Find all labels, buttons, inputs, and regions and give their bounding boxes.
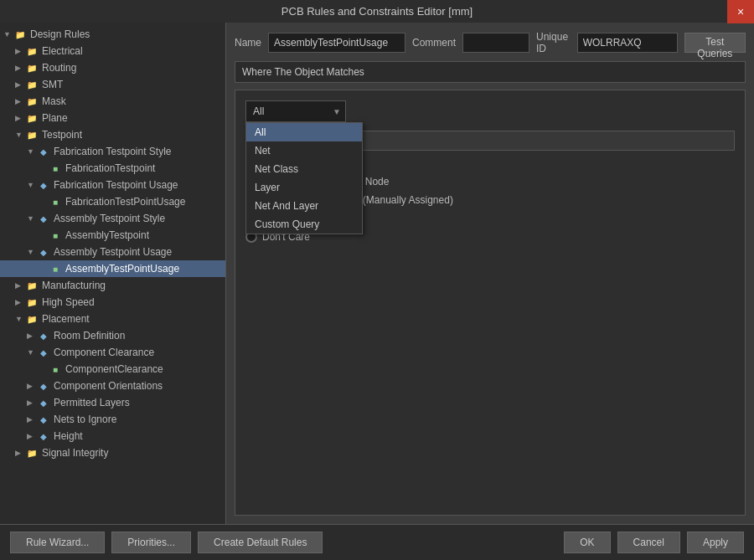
- create-default-rules-button[interactable]: Create Default Rules: [198, 532, 323, 553]
- tree-item-fab-testpoint-usage[interactable]: ▼◆Fabrication Testpoint Usage: [0, 177, 225, 193]
- where-dropdown[interactable]: All Net Net Class Layer Net And Layer Cu…: [245, 100, 346, 122]
- tree-icon-plane: 📁: [25, 111, 39, 125]
- tree-arrow-assembly-testpoint-usage: ▼: [27, 248, 37, 256]
- priorities-button[interactable]: Priorities...: [111, 532, 191, 553]
- content-area: All Net Net Class Layer Net And Layer Cu…: [235, 90, 746, 516]
- dropdown-option-2[interactable]: Net Class: [246, 160, 362, 178]
- tree-icon-manufacturing: 📁: [25, 279, 39, 292]
- dropdown-option-3[interactable]: Layer: [246, 178, 362, 197]
- tree-label-routing: Routing: [42, 62, 76, 74]
- tree-icon-room-definition: ◆: [37, 329, 50, 342]
- tree-item-placement[interactable]: ▼📁Placement: [0, 311, 225, 327]
- tree-icon-assembly-testpoint-usage: ◆: [37, 245, 50, 259]
- tree-arrow-nets-to-ignore: ▶: [27, 415, 37, 424]
- apply-button[interactable]: Apply: [687, 532, 744, 553]
- tree-item-permitted-layers[interactable]: ▶◆Permitted Layers: [0, 394, 225, 411]
- tree-arrow-testpoint: ▼: [15, 131, 25, 139]
- tree-arrow-height: ▶: [27, 432, 37, 440]
- tree-icon-assembly-testpointusage: ■: [49, 262, 62, 275]
- tree-icon-high-speed: 📁: [25, 295, 39, 309]
- tree-icon-design-rules: 📁: [13, 28, 27, 41]
- tree-item-assembly-testpoint-style[interactable]: ▼◆Assembly Testpoint Style: [0, 210, 225, 227]
- tree-icon-fab-testpoint-style: ◆: [37, 145, 50, 158]
- tree-item-fab-testpoint-style[interactable]: ▼◆Fabrication Testpoint Style: [0, 143, 225, 160]
- tree-arrow-component-orientations: ▶: [27, 382, 37, 390]
- close-button[interactable]: ×: [727, 0, 754, 23]
- tree-arrow-design-rules: ▼: [3, 30, 13, 39]
- tree-arrow-electrical: ▶: [15, 47, 25, 55]
- tree-arrow-plane: ▶: [15, 114, 25, 122]
- ok-button[interactable]: OK: [564, 532, 610, 553]
- tree-item-routing[interactable]: ▶📁Routing: [0, 59, 225, 76]
- tree-item-smt[interactable]: ▶📁SMT: [0, 76, 225, 93]
- tree-item-testpoint[interactable]: ▼📁Testpoint: [0, 126, 225, 143]
- tree-arrow-placement: ▼: [15, 315, 25, 323]
- tree-label-assembly-testpoint-style: Assembly Testpoint Style: [54, 213, 165, 224]
- tree-arrow-fab-testpoint-style: ▼: [27, 147, 37, 156]
- tree-label-component-clearance-item: ComponentClearance: [65, 363, 163, 375]
- tree-item-electrical[interactable]: ▶📁Electrical: [0, 43, 225, 59]
- tree-arrow-room-definition: ▶: [27, 331, 37, 340]
- tree-item-signal-integrity[interactable]: ▶📁Signal Integrity: [0, 444, 225, 461]
- where-dropdown-container: All Net Net Class Layer Net And Layer Cu…: [245, 100, 346, 122]
- tree-arrow-component-clearance: ▼: [27, 348, 37, 357]
- tree-icon-assembly-testpoint: ■: [49, 229, 62, 242]
- tree-item-nets-to-ignore[interactable]: ▶◆Nets to Ignore: [0, 411, 225, 428]
- form-row-top: Name Comment Unique ID Test Queries: [235, 31, 746, 54]
- tree-item-room-definition[interactable]: ▶◆Room Definition: [0, 327, 225, 344]
- tree-arrow-smt: ▶: [15, 80, 25, 89]
- tree-item-assembly-testpoint-usage[interactable]: ▼◆Assembly Testpoint Usage: [0, 244, 225, 260]
- tree-item-assembly-testpointusage[interactable]: ■AssemblyTestPointUsage: [0, 260, 225, 277]
- tree-label-room-definition: Room Definition: [54, 330, 125, 342]
- unique-id-input[interactable]: [577, 33, 678, 53]
- tree-icon-nets-to-ignore: ◆: [37, 413, 50, 426]
- tree-item-component-orientations[interactable]: ▶◆Component Orientations: [0, 378, 225, 394]
- dropdown-option-4[interactable]: Net And Layer: [246, 197, 362, 215]
- tree-label-component-clearance: Component Clearance: [54, 347, 154, 358]
- tree-icon-component-clearance-item: ■: [49, 362, 62, 376]
- tree-arrow-manufacturing: ▶: [15, 281, 25, 290]
- tree-icon-placement: 📁: [25, 312, 39, 326]
- tree-arrow-fab-testpoint-usage: ▼: [27, 181, 37, 189]
- tree-arrow-routing: ▶: [15, 64, 25, 72]
- unique-id-label: Unique ID: [536, 31, 571, 54]
- tree-icon-fab-testpoint: ■: [49, 162, 62, 175]
- tree-item-component-clearance-item[interactable]: ■ComponentClearance: [0, 361, 225, 378]
- test-queries-button[interactable]: Test Queries: [684, 33, 746, 53]
- cancel-button[interactable]: Cancel: [617, 532, 680, 553]
- tree-label-component-orientations: Component Orientations: [54, 380, 163, 392]
- window-title: PCB Rules and Constraints Editor [mm]: [281, 5, 473, 18]
- tree-label-smt: SMT: [42, 79, 63, 90]
- tree-label-fab-testpoint: FabricationTestpoint: [65, 162, 155, 174]
- tree-item-plane[interactable]: ▶📁Plane: [0, 110, 225, 126]
- tree-icon-permitted-layers: ◆: [37, 396, 50, 409]
- comment-input[interactable]: [462, 33, 529, 53]
- tree-item-design-rules[interactable]: ▼📁Design Rules: [0, 26, 225, 43]
- tree-label-height: Height: [54, 430, 83, 442]
- dropdown-option-0[interactable]: All: [246, 123, 362, 141]
- tree-item-assembly-testpoint[interactable]: ■AssemblyTestpoint: [0, 227, 225, 244]
- dropdown-option-1[interactable]: Net: [246, 141, 362, 160]
- tree-icon-height: ◆: [37, 429, 50, 443]
- tree-item-fab-testpointusage[interactable]: ■FabricationTestPointUsage: [0, 193, 225, 210]
- tree-item-high-speed[interactable]: ▶📁High Speed: [0, 294, 225, 311]
- tree-icon-assembly-testpoint-style: ◆: [37, 212, 50, 225]
- dropdown-menu: AllNetNet ClassLayerNet And LayerCustom …: [245, 122, 363, 234]
- tree-label-plane: Plane: [42, 112, 68, 124]
- rule-wizard-button[interactable]: Rule Wizard...: [10, 532, 105, 553]
- tree-item-manufacturing[interactable]: ▶📁Manufacturing: [0, 277, 225, 294]
- tree-item-component-clearance[interactable]: ▼◆Component Clearance: [0, 344, 225, 361]
- name-label: Name: [235, 37, 261, 49]
- tree-item-height[interactable]: ▶◆Height: [0, 428, 225, 444]
- tree-label-fab-testpoint-style: Fabrication Testpoint Style: [54, 146, 172, 157]
- tree-label-manufacturing: Manufacturing: [42, 280, 106, 291]
- tree-item-fab-testpoint[interactable]: ■FabricationTestpoint: [0, 160, 225, 177]
- where-section-header: Where The Object Matches: [235, 61, 746, 83]
- tree-item-mask[interactable]: ▶📁Mask: [0, 93, 225, 110]
- dropdown-option-5[interactable]: Custom Query: [246, 215, 362, 234]
- tree-label-testpoint: Testpoint: [42, 129, 82, 141]
- tree-icon-smt: 📁: [25, 78, 39, 91]
- name-input[interactable]: [268, 33, 405, 53]
- tree-arrow-signal-integrity: ▶: [15, 449, 25, 457]
- tree-label-permitted-layers: Permitted Layers: [54, 397, 130, 408]
